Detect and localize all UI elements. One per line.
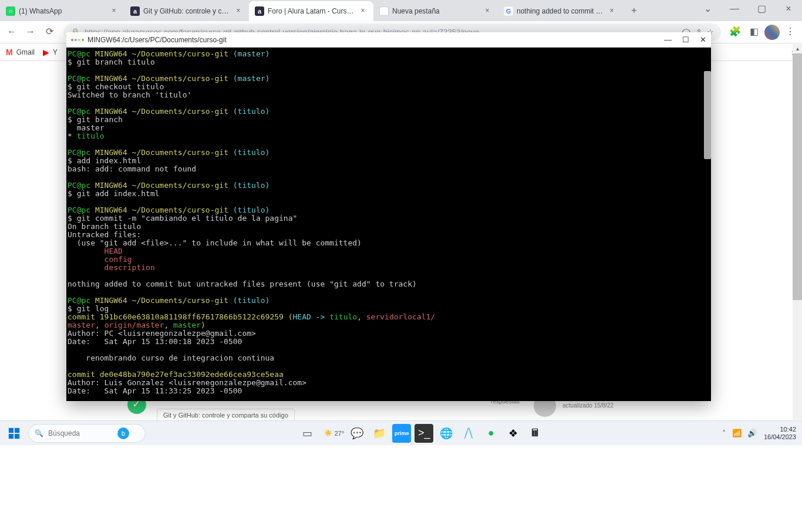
tab-git-github[interactable]: a Git y GitHub: controle y comp × (124, 1, 249, 21)
bookmark-label: Gmail (16, 48, 35, 56)
terminal-titlebar[interactable]: MINGW64:/c/Users/PC/Documents/curso-git … (66, 32, 711, 48)
svg-rect-0 (9, 427, 14, 432)
chrome-icon[interactable]: 🌐 (437, 424, 456, 443)
close-icon[interactable]: ✕ (700, 35, 706, 44)
maximize-icon[interactable]: ☐ (682, 35, 689, 44)
clock-time: 10:42 (764, 426, 796, 433)
close-icon[interactable]: × (109, 6, 119, 16)
below-capture-whitespace (0, 445, 802, 532)
close-icon[interactable]: × (775, 0, 802, 21)
svg-rect-2 (9, 433, 14, 438)
svg-rect-3 (15, 433, 19, 438)
close-icon[interactable]: × (234, 6, 243, 16)
wifi-icon[interactable]: 📶 (732, 429, 742, 437)
alura-icon: a (255, 6, 264, 16)
bookmark-gmail[interactable]: M Gmail (6, 48, 35, 57)
volume-icon[interactable]: 🔊 (747, 429, 757, 437)
search-input[interactable] (48, 429, 113, 437)
sidepanel-icon[interactable]: ◧ (746, 24, 762, 41)
window-controls: ⌄ — ▢ × (694, 0, 802, 21)
course-tag[interactable]: Git y GitHub: controle y comparta su cód… (157, 409, 295, 422)
tab-title: Foro | Alura Latam - Cursos d (268, 7, 355, 15)
page-scrollbar[interactable]: ▴ (793, 44, 802, 420)
profile-avatar[interactable] (764, 25, 780, 40)
updated-label: actualizado 15/8/22 (562, 402, 614, 409)
scroll-thumb[interactable] (793, 53, 802, 300)
bookmark-youtube[interactable]: ▶ Y (43, 48, 58, 57)
chat-icon[interactable]: 💬 (348, 424, 366, 443)
weather-temp: 27° (335, 430, 345, 437)
search-icon: 🔍 (35, 429, 43, 437)
chevron-down-icon[interactable]: ⌄ (694, 0, 721, 21)
terminal-app-icon (71, 39, 84, 41)
taskbar-search[interactable]: 🔍 b (28, 424, 146, 443)
whatsapp-icon: ○ (6, 6, 15, 16)
spotify-icon[interactable]: ● (481, 424, 500, 443)
tab-title: Git y GitHub: controle y comp (143, 7, 230, 15)
extensions-icon[interactable]: 🧩 (727, 24, 743, 41)
tab-title: nothing added to commit bu (517, 7, 604, 15)
menu-icon[interactable]: ⋮ (782, 24, 798, 41)
chrome-icon: ◎ (379, 6, 389, 16)
svg-rect-1 (15, 427, 19, 432)
calculator-icon[interactable]: 🖩 (526, 424, 545, 443)
sun-icon: ☀️ (324, 429, 332, 437)
close-icon[interactable]: × (483, 6, 492, 16)
new-tab-button[interactable]: + (626, 3, 642, 19)
chevron-up-icon[interactable]: ˄ (722, 429, 726, 437)
gmail-icon: M (6, 48, 13, 57)
terminal-scrollbar[interactable] (704, 71, 711, 159)
mingw-terminal-window: MINGW64:/c/Users/PC/Documents/curso-git … (66, 32, 711, 401)
taskview-icon[interactable]: ▭ (298, 424, 317, 443)
prime-video-icon[interactable]: prime (392, 424, 411, 443)
clock-date: 16/04/2023 (764, 433, 796, 441)
terminal-body[interactable]: PC@pc MINGW64 ~/Documents/curso-git (mas… (66, 48, 711, 401)
reload-button[interactable]: ⟳ (41, 24, 58, 41)
bookmark-label: Y (53, 48, 58, 56)
maximize-icon[interactable]: ▢ (748, 0, 775, 21)
vscode-icon[interactable]: ⧸⧹ (459, 424, 478, 443)
tab-google-search[interactable]: G nothing added to commit bu × (498, 1, 622, 21)
terminal-output: PC@pc MINGW64 ~/Documents/curso-git (mas… (68, 50, 710, 395)
windows-icon (8, 427, 21, 440)
taskbar-pinned-apps: ▭ ☀️27° 💬 📁 prime >_ 🌐 ⧸⧹ ● ❖ 🖩 (164, 424, 679, 443)
google-icon: G (504, 6, 513, 16)
back-button[interactable]: ← (4, 24, 20, 41)
tab-nueva-pestana[interactable]: ◎ Nueva pestaña × (373, 1, 498, 21)
terminal-icon[interactable]: >_ (415, 424, 433, 443)
copilot-icon[interactable]: ❖ (504, 424, 523, 443)
explorer-icon[interactable]: 📁 (370, 424, 389, 443)
tab-foro-alura[interactable]: a Foro | Alura Latam - Cursos d × (249, 1, 373, 21)
minimize-icon[interactable]: — (721, 0, 748, 21)
terminal-title-text: MINGW64:/c/Users/PC/Documents/curso-git (87, 36, 227, 44)
minimize-icon[interactable]: — (664, 35, 672, 44)
forward-button[interactable]: → (22, 24, 39, 41)
close-icon[interactable]: × (607, 6, 616, 16)
youtube-icon: ▶ (43, 48, 49, 57)
close-icon[interactable]: × (358, 6, 368, 16)
tab-whatsapp[interactable]: ○ (1) WhatsApp × (0, 1, 124, 21)
taskbar-clock[interactable]: 10:42 16/04/2023 (764, 426, 796, 441)
bing-icon[interactable]: b (117, 427, 129, 439)
browser-tab-strip: ○ (1) WhatsApp × a Git y GitHub: control… (0, 0, 802, 21)
scroll-up-icon[interactable]: ▴ (793, 44, 802, 53)
weather-widget[interactable]: ☀️27° (324, 429, 345, 437)
windows-taskbar: 🔍 b ▭ ☀️27° 💬 📁 prime >_ 🌐 ⧸⧹ ● ❖ 🖩 ˄ 📶 … (0, 420, 802, 445)
alura-icon: a (130, 6, 140, 16)
tab-title: Nueva pestaña (392, 7, 479, 15)
tab-title: (1) WhatsApp (19, 7, 106, 15)
system-tray[interactable]: ˄ 📶 🔊 (722, 429, 757, 437)
start-button[interactable] (4, 423, 25, 444)
